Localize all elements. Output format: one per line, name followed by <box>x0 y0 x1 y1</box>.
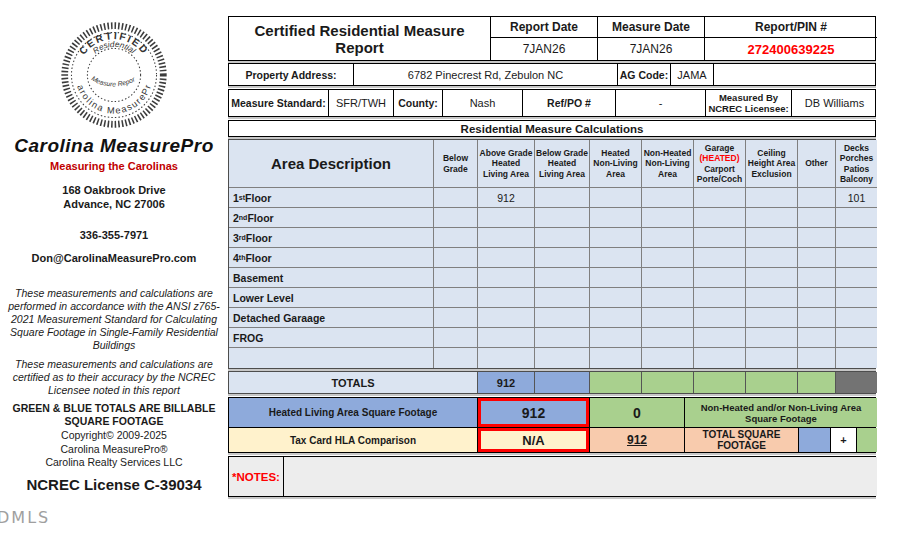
row-name: 3 <box>233 232 239 244</box>
calc-cell <box>694 308 746 328</box>
row-name: 1 <box>233 192 239 204</box>
row-label-detached-garage: Detached Garaage <box>229 308 434 328</box>
calc-cell <box>434 308 478 328</box>
row-name: Lower Level <box>233 292 294 304</box>
ref-po-label: Ref/PO # <box>523 90 616 116</box>
calc-cell <box>746 268 798 288</box>
col-below-grade: Below Grade <box>434 140 478 188</box>
notes-content <box>284 457 877 496</box>
row-name: 2 <box>233 212 239 224</box>
calc-cell <box>746 308 798 328</box>
measure-date-label: Measure Date <box>598 17 705 38</box>
calc-cell <box>478 288 535 308</box>
email-address: Don@CarolinaMeasurePro.com <box>8 252 220 264</box>
property-row: Property Address: 6782 Pinecrest Rd, Zeb… <box>228 63 876 86</box>
totals-row: TOTALS 912 <box>228 371 876 394</box>
calc-cell <box>746 328 798 348</box>
calc-cell <box>746 228 798 248</box>
calc-cell <box>434 268 478 288</box>
property-empty-cell <box>714 64 877 85</box>
calc-cell <box>590 328 642 348</box>
hla-summary-value: 912 <box>478 398 590 427</box>
row-label-frog: FROG <box>229 328 434 348</box>
col-ceiling-exclusion: Ceiling Height Area Exclusion <box>746 140 798 188</box>
calc-cell <box>836 328 877 348</box>
calc-cell <box>590 348 642 368</box>
calc-cell <box>746 288 798 308</box>
copyright-line: Copyright© 2009-2025 <box>8 429 220 443</box>
total-square-footage-value: 912 <box>590 428 685 452</box>
calc-cell <box>535 228 590 248</box>
calc-cell <box>642 288 694 308</box>
total-green-cell <box>857 428 877 452</box>
calc-cell <box>590 268 642 288</box>
pin-label: Report/PIN # <box>705 17 877 38</box>
calc-cell <box>478 228 535 248</box>
measured-by-value: DB Williams <box>792 90 877 116</box>
pin-value: 272400639225 <box>705 38 877 60</box>
calc-cell <box>434 208 478 228</box>
calc-cell <box>535 248 590 268</box>
col-above-grade-hla: Above Grade Heated Living Area <box>478 140 535 188</box>
calc-cell <box>746 188 798 208</box>
calc-cell <box>798 308 836 328</box>
totals-below-grade-hla <box>535 372 590 393</box>
totals-other <box>798 372 836 393</box>
row-name: Basement <box>233 272 283 284</box>
row-name: 4 <box>233 252 239 264</box>
standard-row: Measure Standard: SFR/TWH County: Nash R… <box>228 89 876 117</box>
calc-cell <box>642 248 694 268</box>
calc-cell <box>478 348 535 368</box>
ncrec-license: NCREC License C-39034 <box>8 476 220 493</box>
calc-cell <box>434 328 478 348</box>
calc-cell <box>535 188 590 208</box>
row-rest: Floor <box>245 252 271 264</box>
calc-cell <box>642 348 694 368</box>
row-name: Detached Garaage <box>233 312 325 324</box>
calc-cell <box>434 288 478 308</box>
calc-cell <box>535 208 590 228</box>
totals-non-heated-nla <box>642 372 694 393</box>
calc-cell <box>694 188 746 208</box>
calc-cell <box>836 208 877 228</box>
calc-cell <box>836 228 877 248</box>
calc-cell <box>590 228 642 248</box>
non-heated-summary-label: Non-Heated and/or Non-Living Area Square… <box>685 398 877 427</box>
calc-cell <box>478 208 535 228</box>
calc-cell <box>434 348 478 368</box>
calc-cell-decks: 101 <box>836 188 877 208</box>
calc-cell <box>694 248 746 268</box>
totals-decks <box>836 372 877 393</box>
calc-cell <box>478 308 535 328</box>
calc-cell <box>836 348 877 368</box>
calc-cell <box>478 328 535 348</box>
calc-cell <box>434 248 478 268</box>
total-blue-cell <box>799 428 831 452</box>
calc-cell <box>642 208 694 228</box>
row-rest: Floor <box>247 212 273 224</box>
row-name: FROG <box>233 332 263 344</box>
totals-above-grade-hla: 912 <box>478 372 535 393</box>
calc-cell <box>836 288 877 308</box>
copyright-block: Copyright© 2009-2025 Carolina MeasurePro… <box>8 429 220 470</box>
report-header-table: Certified Residential Measure Report Rep… <box>228 16 876 61</box>
calc-cell <box>836 248 877 268</box>
calc-cell <box>478 248 535 268</box>
brand-name: Carolina MeasurePro <box>8 135 220 157</box>
property-address-value: 6782 Pinecrest Rd, Zebulon NC <box>354 64 618 85</box>
notes-label: *NOTES: <box>229 457 284 496</box>
calc-cell <box>746 208 798 228</box>
certified-seal: CERTIFIED Residential Measure Report Car… <box>56 16 172 138</box>
seal-icon: CERTIFIED Residential Measure Report Car… <box>56 16 172 134</box>
garage-heated-label: (HEATED) <box>700 153 740 164</box>
report-date-value: 7JAN26 <box>491 38 598 60</box>
calc-cell <box>836 308 877 328</box>
county-value: Nash <box>443 90 523 116</box>
calc-cell <box>798 268 836 288</box>
calc-cell <box>642 328 694 348</box>
tax-card-label: Tax Card HLA Comparison <box>229 428 478 452</box>
disclaimer-standard: These measurements and calculations are … <box>8 287 220 352</box>
calc-cell <box>535 288 590 308</box>
calc-cell <box>590 308 642 328</box>
ref-po-value: - <box>616 90 706 116</box>
